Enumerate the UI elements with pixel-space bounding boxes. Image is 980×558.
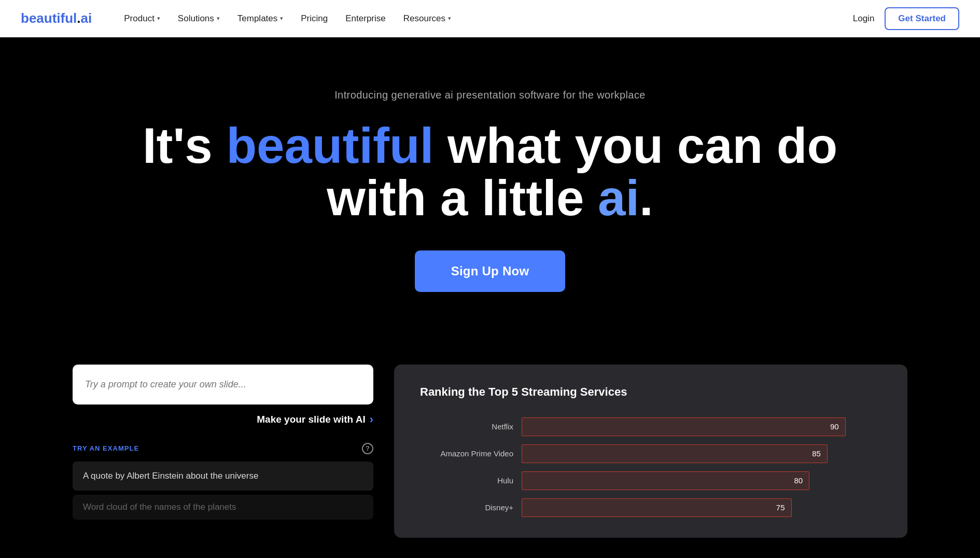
nav-item-enterprise[interactable]: Enterprise	[338, 9, 393, 28]
navbar: beautiful.ai Product ▾ Solutions ▾ Templ…	[0, 0, 980, 37]
logo-text: beautiful	[21, 10, 77, 26]
chart-bar-amazon: 85	[522, 444, 828, 463]
chart-bar-container-disney: 75	[522, 498, 881, 517]
headline-part3: with a little	[327, 170, 598, 226]
nav-solutions-label: Solutions	[178, 13, 214, 24]
headline-part1: It's	[143, 118, 227, 173]
headline-dot: .	[639, 170, 653, 226]
chart-row-disney: Disney+ 75	[420, 498, 881, 517]
try-example-header: TRY AN EXAMPLE ?	[73, 443, 373, 454]
hero-section: Introducing generative ai presentation s…	[0, 37, 980, 333]
chart-value-amazon: 85	[812, 449, 821, 458]
get-started-button[interactable]: Get Started	[885, 7, 959, 30]
chart-row-amazon: Amazon Prime Video 85	[420, 444, 881, 463]
nav-templates-label: Templates	[237, 13, 277, 24]
logo[interactable]: beautiful.ai	[21, 10, 92, 26]
nav-resources-label: Resources	[403, 13, 445, 24]
chart-label-netflix: Netflix	[420, 422, 513, 431]
chart-rows: Netflix 90 Amazon Prime Video 85 Hulu	[420, 417, 881, 517]
chart-bar-hulu: 80	[522, 471, 809, 490]
make-slide-label: Make your slide with AI	[257, 414, 365, 425]
chart-row-hulu: Hulu 80	[420, 471, 881, 490]
chart-bar-container-netflix: 90	[522, 417, 881, 436]
headline-part2: what you can do	[433, 118, 837, 173]
nav-item-templates[interactable]: Templates ▾	[230, 9, 290, 28]
arrow-right-icon: ›	[370, 413, 373, 426]
example-item-1[interactable]: Word cloud of the names of the planets	[73, 495, 373, 520]
chart-label-amazon: Amazon Prime Video	[420, 449, 513, 458]
chart-label-disney: Disney+	[420, 503, 513, 512]
prompt-input[interactable]	[85, 379, 361, 390]
nav-pricing-label: Pricing	[301, 13, 328, 24]
chart-value-netflix: 90	[830, 422, 839, 431]
chevron-down-icon: ▾	[157, 15, 160, 22]
help-icon[interactable]: ?	[362, 443, 373, 454]
hero-subtitle: Introducing generative ai presentation s…	[21, 89, 959, 101]
headline-ai: ai	[598, 170, 639, 226]
chart-row-netflix: Netflix 90	[420, 417, 881, 436]
chevron-down-icon: ▾	[217, 15, 220, 22]
left-panel: Make your slide with AI › TRY AN EXAMPLE…	[73, 365, 373, 524]
chart-bar-netflix: 90	[522, 417, 846, 436]
prompt-input-wrapper	[73, 365, 373, 404]
try-example-label: TRY AN EXAMPLE	[73, 444, 139, 452]
nav-item-solutions[interactable]: Solutions ▾	[171, 9, 227, 28]
bottom-section: Make your slide with AI › TRY AN EXAMPLE…	[0, 333, 980, 538]
chart-bar-container-amazon: 85	[522, 444, 881, 463]
chart-value-disney: 75	[776, 503, 785, 512]
signup-button[interactable]: Sign Up Now	[415, 250, 566, 292]
nav-enterprise-label: Enterprise	[345, 13, 385, 24]
login-button[interactable]: Login	[853, 13, 875, 24]
make-slide-link[interactable]: Make your slide with AI ›	[73, 413, 373, 426]
nav-item-product[interactable]: Product ▾	[117, 9, 167, 28]
chevron-down-icon: ▾	[448, 15, 451, 22]
chart-value-hulu: 80	[794, 476, 803, 485]
chart-bar-container-hulu: 80	[522, 471, 881, 490]
headline-beautiful: beautiful	[226, 118, 433, 173]
chart-title: Ranking the Top 5 Streaming Services	[420, 385, 881, 399]
logo-ai: ai	[81, 10, 92, 26]
chart-bar-disney: 75	[522, 498, 792, 517]
chart-panel: Ranking the Top 5 Streaming Services Net…	[394, 365, 907, 538]
nav-product-label: Product	[124, 13, 155, 24]
hero-headline: It's beautiful what you can do with a li…	[21, 120, 959, 225]
chart-label-hulu: Hulu	[420, 476, 513, 485]
nav-links: Product ▾ Solutions ▾ Templates ▾ Pricin…	[117, 9, 852, 28]
logo-dot: .	[77, 10, 80, 26]
nav-right: Login Get Started	[853, 7, 959, 30]
nav-item-pricing[interactable]: Pricing	[293, 9, 335, 28]
chevron-down-icon: ▾	[280, 15, 283, 22]
example-item-0[interactable]: A quote by Albert Einstein about the uni…	[73, 462, 373, 491]
nav-item-resources[interactable]: Resources ▾	[396, 9, 458, 28]
